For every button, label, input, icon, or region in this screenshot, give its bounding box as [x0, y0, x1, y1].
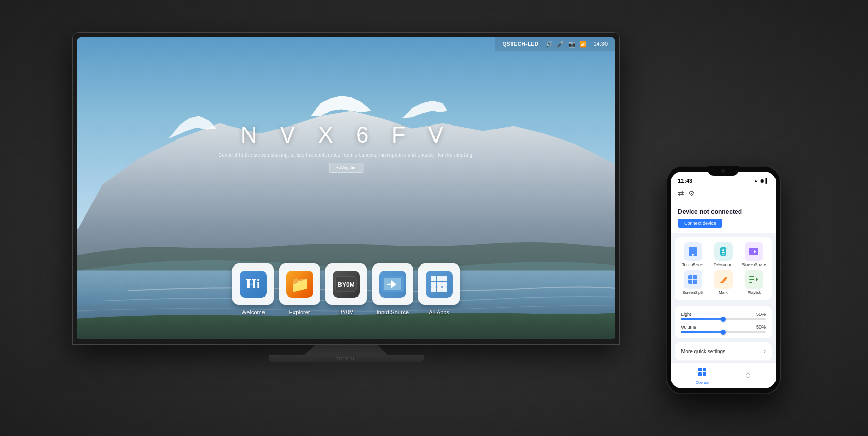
sync-icon[interactable]: ⇄	[678, 189, 684, 197]
phone-header-left-icons: ⇄ ⚙	[678, 189, 695, 197]
chevron-right-icon: ›	[764, 348, 766, 355]
connect-guide-btn[interactable]: Hướng dẫn	[329, 163, 364, 173]
volume-slider-header: Volume 50%	[681, 324, 766, 330]
more-quick-settings[interactable]: More quick settings ›	[675, 342, 772, 360]
more-settings-label: More quick settings	[681, 349, 725, 354]
operate-nav-icon	[697, 367, 707, 380]
light-value: 50%	[756, 312, 766, 317]
app-byom[interactable]: BY0M BY0M	[326, 263, 367, 315]
explorer-icon: 📁	[286, 271, 313, 298]
phone-screen: 11:43 ▲ ◉ ▌ ⇄ ⚙ Dev	[671, 172, 776, 388]
light-slider-header: Light 50%	[681, 312, 766, 317]
phone: 11:43 ▲ ◉ ▌ ⇄ ⚙ Dev	[667, 166, 780, 394]
monitor-screen: QSTECH-LED 🔊 🎤 📷 📶 14:30 N V X 6 F V Con…	[78, 37, 615, 339]
mark-label: Mark	[719, 290, 728, 295]
phone-nav-device[interactable]: ○	[745, 369, 751, 382]
app-all-apps[interactable]: All Apps	[419, 263, 460, 315]
svg-rect-18	[720, 247, 726, 256]
app-explorer[interactable]: 📁 Explorer	[279, 263, 320, 315]
wifi-phone-icon: ◉	[760, 178, 764, 183]
phone-app-mark[interactable]: Mark	[709, 270, 737, 295]
phone-app-screensplit[interactable]: ScreenSplit	[679, 270, 706, 295]
signal-icon: ▲	[754, 178, 758, 183]
monitor-stand: QSTECH	[72, 345, 620, 362]
svg-rect-28	[749, 276, 754, 277]
monitor-status-bar: QSTECH-LED 🔊 🎤 📷 📶 14:30	[495, 37, 615, 51]
wifi-icon: 📶	[580, 40, 587, 48]
app-dock: Hi Welcome 📁 Explorer	[233, 263, 460, 315]
app-welcome[interactable]: Hi Welcome	[233, 263, 274, 315]
volume-slider-track[interactable]	[681, 331, 766, 333]
light-slider-row: Light 50%	[681, 312, 766, 320]
connect-device-button[interactable]: Connect device	[678, 219, 722, 228]
welcome-icon-box: Hi	[233, 263, 274, 305]
telecontrol-icon	[714, 242, 733, 261]
touchpanel-icon	[684, 242, 702, 261]
phone-frame: 11:43 ▲ ◉ ▌ ⇄ ⚙ Dev	[667, 166, 780, 394]
welcome-label: Welcome	[241, 309, 265, 315]
svg-rect-14	[437, 287, 442, 292]
phone-app-screenshare[interactable]: ScreenShare	[740, 242, 768, 267]
volume-slider-row: Volume 50%	[681, 324, 766, 333]
svg-rect-7	[431, 276, 436, 281]
input-source-icon-box	[372, 263, 413, 305]
svg-rect-20	[722, 252, 725, 253]
svg-text:BY0M: BY0M	[337, 281, 354, 288]
monitor-frame: QSTECH-LED 🔊 🎤 📷 📶 14:30 N V X 6 F V Con…	[72, 32, 620, 345]
touchpanel-label: TouchPanel	[682, 262, 704, 267]
device-nav-icon: ○	[745, 369, 751, 381]
light-label: Light	[681, 312, 691, 317]
stand-base: QSTECH	[269, 355, 424, 362]
phone-status-bar: 11:43 ▲ ◉ ▌	[671, 172, 776, 186]
app-input-source[interactable]: Input Source	[372, 263, 413, 315]
screenshare-label: ScreenShare	[742, 262, 766, 267]
phone-app-touchpanel[interactable]: TouchPanel	[679, 242, 706, 267]
svg-rect-12	[442, 282, 447, 287]
light-slider-thumb	[721, 317, 726, 322]
byom-icon: BY0M	[333, 271, 360, 298]
svg-rect-10	[431, 282, 436, 287]
screenshare-icon	[745, 242, 763, 261]
all-apps-icon	[426, 271, 453, 298]
device-status-section: Device not connected Connect device	[671, 203, 776, 233]
monitor: QSTECH-LED 🔊 🎤 📷 📶 14:30 N V X 6 F V Con…	[72, 32, 620, 362]
svg-point-17	[692, 254, 694, 256]
phone-bottom-nav: Operate ○	[671, 362, 776, 388]
svg-rect-33	[703, 368, 706, 371]
volume-icon: 🔊	[546, 40, 553, 48]
phone-nav-operate[interactable]: Operate	[696, 367, 709, 384]
light-slider-track[interactable]	[681, 318, 766, 320]
svg-rect-34	[698, 372, 702, 376]
settings-icon[interactable]: ⚙	[688, 189, 695, 197]
svg-rect-13	[431, 287, 436, 292]
explorer-icon-box: 📁	[279, 263, 320, 305]
svg-rect-30	[749, 282, 752, 283]
byom-icon-box: BY0M	[326, 263, 367, 305]
operate-nav-label: Operate	[696, 381, 709, 384]
svg-rect-29	[749, 279, 754, 280]
mic-icon: 🎤	[557, 40, 564, 48]
byom-label: BY0M	[338, 309, 354, 315]
phone-app-playlist[interactable]: Playlist	[740, 270, 768, 295]
input-source-label: Input Source	[377, 309, 409, 315]
svg-rect-15	[442, 287, 447, 292]
screen-subtitle: Connect to the screen sharing, utilize t…	[219, 152, 474, 159]
device-name: N V X 6 F V	[219, 122, 474, 148]
welcome-icon: Hi	[240, 271, 267, 298]
monitor-time: 14:30	[593, 41, 608, 47]
battery-icon: ▌	[766, 178, 769, 183]
phone-app-telecontrol[interactable]: Telecontrol	[709, 242, 737, 267]
volume-value: 50%	[756, 324, 766, 330]
sliders-section: Light 50% Volume 50%	[675, 306, 772, 338]
phone-status-icons: ▲ ◉ ▌	[754, 178, 769, 183]
phone-time: 11:43	[678, 178, 692, 184]
svg-rect-32	[698, 368, 702, 371]
svg-rect-9	[442, 276, 447, 281]
svg-rect-21	[722, 254, 725, 255]
telecontrol-label: Telecontrol	[714, 262, 734, 267]
mark-icon	[714, 270, 733, 289]
playlist-icon	[745, 270, 763, 289]
stand-brand: QSTECH	[335, 357, 357, 361]
stand-neck	[295, 345, 398, 355]
phone-header: ⇄ ⚙	[671, 186, 776, 203]
